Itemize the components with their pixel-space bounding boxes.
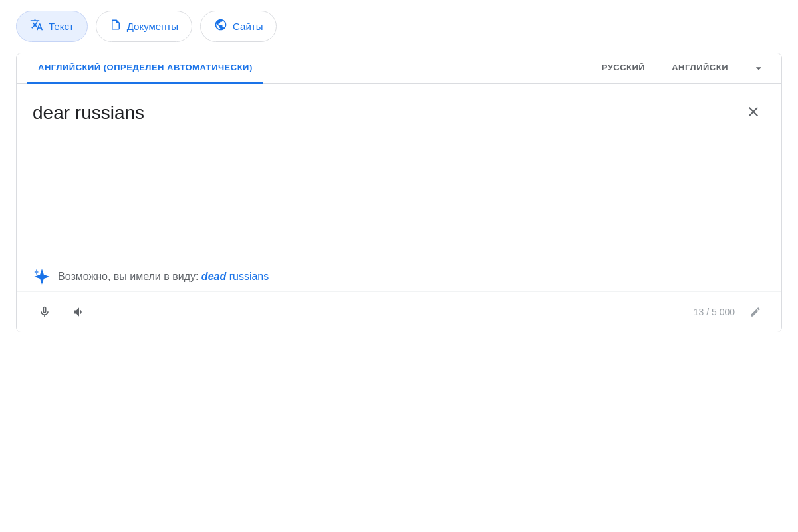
tab-sites-label: Сайты — [233, 21, 263, 32]
suggestion-rest-link[interactable]: russians — [226, 271, 269, 282]
lang-bar: АНГЛИЙСКИЙ (ОПРЕДЕЛЕН АВТОМАТИЧЕСКИ) РУС… — [17, 53, 781, 84]
suggestion-row: Возможно, вы имели в виду: dead russians — [17, 257, 781, 291]
sparkle-icon — [33, 267, 51, 286]
globe-icon — [214, 18, 227, 35]
source-lang-tab[interactable]: АНГЛИЙСКИЙ (ОПРЕДЕЛЕН АВТОМАТИЧЕСКИ) — [27, 53, 263, 84]
source-text-input[interactable]: dear russians — [33, 100, 733, 178]
tab-docs-label: Документы — [127, 21, 178, 32]
target-lang-russian[interactable]: РУССКИЙ — [591, 53, 656, 84]
top-bar: Текст Документы Сайты — [0, 0, 798, 53]
suggestion-text: Возможно, вы имели в виду: dead russians — [58, 271, 269, 283]
document-icon — [110, 18, 122, 35]
translate-icon — [30, 18, 43, 35]
tab-docs[interactable]: Документы — [96, 11, 192, 42]
tab-text[interactable]: Текст — [16, 11, 88, 42]
tab-text-label: Текст — [49, 21, 74, 32]
lang-expand-button[interactable] — [747, 57, 771, 80]
target-lang-english[interactable]: АНГЛИЙСКИ — [661, 53, 739, 84]
mic-button[interactable] — [33, 300, 57, 324]
tab-sites[interactable]: Сайты — [200, 11, 277, 42]
main-panel: АНГЛИЙСКИЙ (ОПРЕДЕЛЕН АВТОМАТИЧЕСКИ) РУС… — [16, 53, 782, 332]
bottom-bar: 13 / 5 000 — [17, 291, 781, 332]
edit-button[interactable] — [745, 302, 765, 322]
volume-button[interactable] — [67, 300, 91, 324]
input-area: dear russians — [17, 84, 781, 257]
clear-button[interactable] — [741, 100, 765, 124]
suggestion-bold-link[interactable]: dead — [201, 271, 226, 282]
char-count: 13 / 5 000 — [694, 307, 735, 317]
